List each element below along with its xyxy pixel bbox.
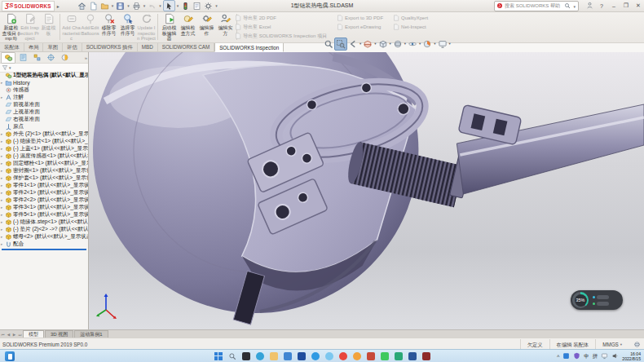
tree-item[interactable]: ▸History — [0, 79, 88, 86]
tree-item[interactable]: ▸(-) 温度传感器<1> (默认<<默认>_显示状态-1>) — [0, 152, 88, 160]
configuration-manager-tab[interactable] — [30, 53, 43, 63]
ribbon-tab-4[interactable]: SOLIDWORKS 插件 — [82, 42, 138, 52]
tree-item[interactable]: ▸密封圈<1> (默认<<默认>_显示状态-1>) — [0, 167, 88, 174]
tree-item[interactable]: ▸零件1<1> (默认<<默认>_显示状态-1>) — [0, 182, 88, 189]
search-input[interactable]: 搜索 SOLIDWORKS 帮助 — [505, 2, 562, 10]
login-user-icon[interactable] — [586, 2, 593, 10]
tree-item[interactable]: ▸零件3<1> (默认<<默认>_显示状态-1>) — [0, 204, 88, 211]
ribbon-button-remove-balloons[interactable]: 移除零件序号 — [99, 12, 118, 36]
taskbar-app-scan-tool[interactable] — [394, 351, 403, 360]
filter-funnel-icon[interactable] — [2, 64, 8, 72]
new-document-button[interactable] — [88, 1, 99, 11]
ribbon-button-add-characteristic[interactable]: Add Characteristic — [62, 12, 81, 41]
ime-mode-indicator[interactable]: 拼 — [593, 353, 598, 360]
taskbar-app-wechat[interactable] — [380, 351, 389, 360]
tree-item[interactable]: ▸配合 — [0, 241, 88, 248]
open-document-button[interactable] — [99, 1, 110, 11]
rollback-bar[interactable] — [2, 249, 86, 250]
help-search-box[interactable]: 搜索 SOLIDWORKS 帮助 ▾ — [494, 1, 579, 11]
tree-item[interactable]: ▸(-) 绝缘垫片<1> (默认<<默认>_显示状态-1>) — [0, 138, 88, 145]
ribbon-button-update-project[interactable]: Update Inspection Project — [137, 12, 156, 41]
ribbon-button-edit-vendor[interactable]: 编辑实方 — [216, 12, 235, 36]
taskbar-app-mail[interactable] — [283, 351, 292, 360]
menu-expand-arrow[interactable]: ▸ — [57, 3, 60, 9]
taskbar-app-start[interactable] — [214, 351, 223, 360]
taskbar-app-edge[interactable] — [255, 351, 264, 360]
zoom-fit-button[interactable] — [323, 38, 334, 50]
print-caret-icon[interactable]: ▾ — [143, 3, 146, 8]
recorder-button-bottom[interactable] — [597, 302, 609, 306]
status-item-2[interactable]: MMGS▾ — [595, 339, 629, 350]
ribbon-button-balloons[interactable]: Add/Edit Balloons — [81, 12, 99, 36]
ribbon-tab-7[interactable]: SOLIDWORKS Inspection — [214, 42, 284, 52]
close-button[interactable]: ✕ — [634, 2, 642, 9]
open-document-caret-icon[interactable]: ▾ — [112, 3, 114, 8]
save-button[interactable] — [115, 1, 126, 11]
view-orientation-button[interactable] — [377, 38, 389, 50]
display-style-button[interactable] — [392, 38, 404, 50]
ribbon-button-edit-operations[interactable]: 编辑操作 — [197, 12, 216, 36]
ribbon-tab-0[interactable]: 装配体 — [0, 42, 24, 52]
tree-item[interactable]: 右视基准面 — [0, 116, 88, 123]
taskbar-app-word[interactable] — [408, 351, 417, 360]
search-caret-icon[interactable]: ▾ — [573, 4, 576, 9]
taskbar-widgets-icon[interactable] — [5, 351, 15, 361]
tree-item[interactable]: 原点 — [0, 123, 88, 130]
ribbon-button-new-template[interactable]: 新建模板 — [39, 12, 58, 36]
export-item[interactable]: 导出至 Excel — [235, 23, 327, 31]
taskbar-app-store[interactable] — [297, 351, 306, 360]
panel-tabs-more-arrow[interactable]: » — [85, 55, 87, 60]
filter-caret-icon[interactable]: ▾ — [9, 65, 11, 70]
tray-onedrive-icon[interactable] — [562, 352, 570, 360]
help-button[interactable]: ? — [598, 3, 606, 9]
ime-language-indicator[interactable]: 中 — [584, 353, 589, 360]
tree-item[interactable]: ▸螺母<2> (默认<<默认>_显示状态-1>) — [0, 233, 88, 241]
ribbon-tab-2[interactable]: 草图 — [43, 42, 63, 52]
tray-chevron-up-icon[interactable]: ^ — [557, 354, 559, 360]
recorder-overlay[interactable]: 35% — [571, 290, 623, 310]
units-caret-icon[interactable]: ▾ — [620, 339, 622, 350]
taskbar-app-remote-desktop[interactable] — [366, 351, 375, 360]
section-view-button[interactable] — [362, 38, 373, 50]
recorder-button-top[interactable] — [597, 295, 609, 299]
taskbar-app-chrome[interactable] — [338, 351, 347, 360]
ribbon-tab-3[interactable]: 评估 — [63, 42, 82, 52]
tree-item[interactable]: ▸注解 — [0, 94, 88, 101]
property-manager-tab[interactable] — [16, 53, 29, 63]
export-item[interactable]: 导出至 SOLIDWORKS Inspection 项目 — [235, 32, 327, 40]
hide-show-items-button-caret-icon[interactable]: ▾ — [419, 42, 421, 46]
tree-root-item[interactable]: 1型铠装热电偶 (默认<默认_显示状态-1>) — [0, 72, 88, 79]
home-button[interactable] — [77, 1, 87, 11]
ribbon-button-edit-methods[interactable]: 编辑检查方式 — [179, 12, 197, 36]
taskbar-app-browser-orange[interactable] — [352, 351, 361, 360]
tree-item[interactable]: 上视基准面 — [0, 108, 88, 116]
tree-item[interactable]: ▸(-) 绝缘体.step<1> (默认<<默认>_显示状态-1>) — [0, 219, 88, 226]
search-icon[interactable] — [564, 2, 571, 10]
ribbon-button-edit-project[interactable]: Edit Inspection Project — [20, 12, 39, 41]
export-item[interactable]: QualityXpert — [393, 14, 428, 22]
taskbar-app-task-view[interactable] — [241, 351, 250, 360]
hide-show-items-button[interactable] — [407, 38, 418, 50]
view-settings-button-caret-icon[interactable]: ▾ — [449, 42, 451, 46]
undo-button[interactable] — [147, 1, 157, 11]
tree-item[interactable]: ▸(-) 垫片 (2)<2> ->? (默认<<默认>_显示状态-1>) — [0, 226, 88, 233]
save-caret-icon[interactable]: ▾ — [127, 3, 130, 8]
tray-volume-icon[interactable] — [611, 352, 619, 360]
undo-caret-icon[interactable]: ▾ — [159, 3, 161, 8]
tree-item[interactable]: ▸零件5<1> (默认<<默认>_显示状态-1>) — [0, 211, 88, 219]
view-orientation-button-caret-icon[interactable]: ▾ — [390, 42, 391, 46]
graphics-viewport[interactable]: 35% — [89, 52, 644, 329]
ribbon-tab-6[interactable]: SOLIDWORKS CAM — [158, 42, 214, 52]
export-item[interactable]: Export to 3D PDF — [337, 14, 383, 22]
tree-item[interactable]: ▸固定螺栓<1> (默认<<默认>_显示状态-1>) — [0, 160, 88, 167]
ribbon-tab-5[interactable]: MBD — [138, 42, 158, 52]
model-canvas[interactable] — [89, 52, 644, 329]
taskbar-app-search[interactable] — [227, 351, 236, 360]
ribbon-button-template-editor[interactable]: 启动模板编辑器 — [160, 12, 179, 41]
minimize-button[interactable]: – — [610, 3, 618, 9]
print-button[interactable] — [131, 1, 142, 11]
tree-item[interactable]: 传感器 — [0, 86, 88, 94]
clamp-block[interactable] — [458, 104, 522, 144]
view-settings-button[interactable] — [437, 38, 448, 50]
taskbar-app-file-explorer[interactable] — [269, 351, 278, 360]
